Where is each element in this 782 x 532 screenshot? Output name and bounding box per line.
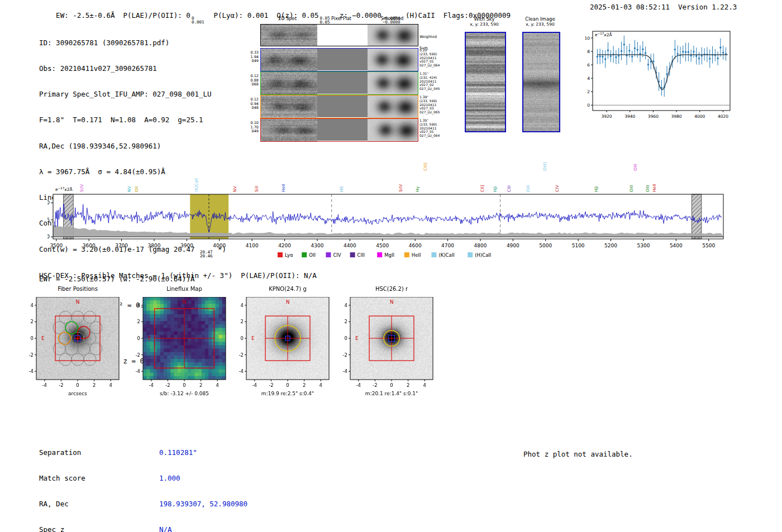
row-label: Separation [39, 448, 159, 457]
svg-text:4300: 4300 [311, 243, 324, 248]
svg-text:5500: 5500 [702, 243, 715, 248]
row3-left-labels: 0.120.94048 [244, 98, 259, 111]
svg-text:4000: 4000 [694, 114, 705, 119]
weighted-label-line1: Weighted [419, 35, 437, 39]
spec2d-row-1: 0.331.94049 0.20"(233, 590)20210411v027_… [244, 48, 445, 71]
cutout-fiber-positions: Fiber Positions -4-4-2-2002244NE arcsecs [20, 284, 137, 409]
match-table: Separation0.110281" Match score1.000 RA,… [39, 431, 247, 532]
svg-text:5000: 5000 [539, 243, 552, 248]
svg-text:2: 2 [93, 382, 96, 388]
kpno-g-overlay: -4-4-2-2002244NE [230, 297, 341, 393]
svg-text:-2: -2 [239, 352, 244, 358]
svg-text:4200: 4200 [278, 243, 291, 248]
svg-text:4: 4 [216, 382, 218, 388]
svg-text:CII]: CII] [480, 185, 485, 192]
row2-strip [260, 71, 418, 95]
svg-text:2: 2 [31, 319, 34, 324]
svg-text:4: 4 [241, 303, 244, 308]
spec2d-title-2dspec: 2D Spec [260, 16, 315, 21]
spec2d-row-2: 0.120.88068 1.31"(232, 424)20210411v027_… [244, 71, 445, 95]
svg-text:3500: 3500 [50, 243, 63, 248]
svg-text:4: 4 [319, 382, 322, 388]
svg-text:4600: 4600 [409, 243, 422, 248]
svg-text:0: 0 [286, 382, 289, 388]
table-row-specz: Spec zN/A [39, 525, 247, 532]
hscdex-heading: HSC-DEX : Possible Matches = 1 (within +… [39, 271, 317, 280]
svg-text:4: 4 [137, 303, 140, 308]
svg-text:CIII]: CIII] [423, 162, 428, 171]
row1-2dspec-image [261, 49, 317, 71]
svg-text:0: 0 [587, 103, 590, 108]
svg-text:4: 4 [345, 303, 347, 308]
svg-text:8: 8 [587, 49, 590, 54]
svg-text:-2: -2 [59, 382, 63, 388]
svg-text:0: 0 [137, 336, 140, 341]
svg-text:CIII: CIII [357, 252, 365, 258]
svg-text:HeII: HeII [652, 184, 657, 192]
row4-pixelflat-image [317, 119, 368, 141]
row1-right-labels: 0.20"(233, 590)20210411v027_01027_LU_064 [419, 49, 440, 68]
row1-pixelflat-image [317, 49, 368, 70]
kpno-g-title: KPNO(24.7) g [246, 286, 329, 292]
kpno-g-xlabel: m:19.9 re:2.5" s:0.4" [230, 391, 346, 396]
svg-text:-4: -4 [136, 368, 140, 374]
svg-text:E: E [41, 336, 45, 341]
clean-header: Clean Image x, y: 233, 590 [512, 16, 568, 27]
table-row-radec: RA, Dec198.939307, 52.980980 [39, 500, 247, 508]
photz-note: Phot z plot not available. [523, 450, 633, 458]
row3-pixelflat-image [317, 95, 368, 117]
clean-title: Clean Image [512, 16, 568, 22]
row-label: Match score [39, 474, 159, 482]
svg-text:6: 6 [587, 63, 590, 68]
svg-text:-4: -4 [239, 368, 244, 374]
svg-text:SiIV: SiIV [79, 184, 84, 192]
svg-text:3980: 3980 [671, 114, 682, 119]
datetime-version: 2025-01-03 08:52:11 Version 1.22.3 [590, 3, 737, 11]
row2-smoothed-image [368, 72, 418, 94]
row3-smoothed-image [368, 95, 418, 118]
svg-text:E: E [148, 336, 151, 341]
svg-text:Lyα: Lyα [285, 252, 293, 258]
svg-text:HeII: HeII [412, 252, 421, 258]
svg-text:0: 0 [31, 336, 34, 341]
svg-text:SiII: SiII [254, 186, 259, 192]
row-value: 1.000 [159, 474, 180, 482]
cutout-hsc-r: HSC(26.2) r -4-4-2-2002244NE m:20.1 re:1… [333, 284, 451, 409]
svg-text:-2: -2 [269, 382, 273, 388]
fiber-positions-overlay: -4-4-2-2002244NE [20, 297, 131, 393]
svg-text:3600: 3600 [83, 243, 96, 248]
svg-text:4020: 4020 [718, 114, 728, 119]
row-value: 198.939307, 52.980980 [159, 500, 247, 508]
svg-text:-4: -4 [149, 382, 154, 388]
svg-text:4500: 4500 [376, 243, 389, 248]
svg-text:5: 5 [47, 217, 50, 223]
svg-text:OIII: OIII [645, 185, 650, 192]
svg-text:2: 2 [241, 319, 244, 324]
svg-text:5300: 5300 [637, 243, 650, 248]
spec2d-title-smoothed: Smoothed [367, 16, 417, 21]
svg-text:-4: -4 [343, 368, 347, 374]
svg-text:0: 0 [47, 234, 50, 239]
row2-right-labels: 1.31"(232, 424)20210411v027_02027_LU_045 [419, 72, 440, 91]
weighted-pixelflat-image [317, 25, 368, 45]
fiber-positions-xlabel: arcsecs [20, 391, 136, 396]
row2-left-labels: 0.120.88068 [244, 74, 259, 87]
svg-text:MgII: MgII [384, 252, 394, 258]
hsc-r-overlay: -4-4-2-2002244NE [333, 297, 445, 393]
svg-text:4400: 4400 [344, 243, 356, 248]
svg-text:0: 0 [241, 336, 244, 341]
svg-text:N: N [390, 299, 394, 305]
svg-text:5400: 5400 [670, 243, 683, 248]
main-spectrum-plot: 0510350036003700380039004000410042004300… [47, 146, 735, 266]
svg-text:-2: -2 [373, 382, 377, 388]
svg-text:E: E [251, 336, 255, 341]
row2-pixelflat-image [317, 72, 368, 94]
svg-text:CIV: CIV [333, 252, 341, 258]
lineflux-map-xlabel: s/b: -3.12 +/- 0.085 [126, 391, 242, 396]
svg-text:CIII: CIII [507, 185, 512, 192]
svg-text:2: 2 [137, 319, 140, 324]
spec2d-weighted-row: Weighted Sum [244, 24, 445, 47]
row4-right-labels: 1.35"(233, 590)20210411v027_01027_LU_064 [419, 119, 440, 138]
table-row-separation: Separation0.110281" [39, 448, 247, 457]
spec2d-weighted-strip [260, 24, 418, 46]
